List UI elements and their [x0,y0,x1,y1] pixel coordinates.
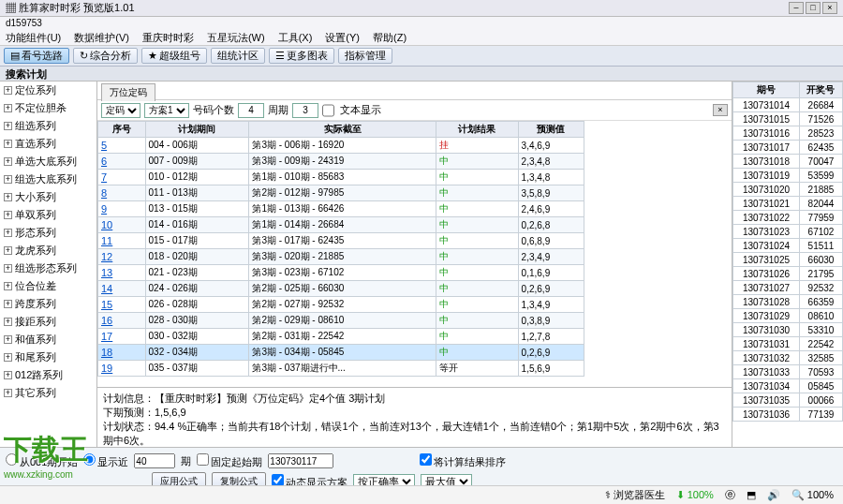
expand-icon[interactable]: + [4,300,12,308]
issue-row[interactable]: 13073101426684 [733,98,843,112]
tree-item[interactable]: +单选大底系列 [0,153,96,170]
tree-item[interactable]: +组选形态系列 [0,259,96,277]
expand-icon[interactable]: + [4,104,12,112]
tree-item[interactable]: +接距系列 [0,313,96,331]
fixed-start-check[interactable]: 固定起始期 [197,453,262,469]
expand-icon[interactable]: + [4,211,12,219]
expand-icon[interactable]: + [4,318,12,326]
sidebar-tree[interactable]: +定位系列+不定位胆杀+组选系列+直选系列+单选大底系列+组选大底系列+大小系列… [0,82,97,447]
issue-row[interactable]: 13073101571526 [733,112,843,126]
tb-super-combo[interactable]: ★超级组号 [141,48,207,64]
tree-item[interactable]: +单双系列 [0,206,96,224]
issue-row[interactable]: 13073103122542 [733,337,843,351]
menu-item[interactable]: 重庆时时彩 [142,31,194,43]
tree-item[interactable]: +定位系列 [0,82,96,99]
issue-row[interactable]: 13073102182044 [733,197,843,211]
tree-item[interactable]: +大小系列 [0,188,96,206]
expand-icon[interactable]: + [4,335,12,344]
zoom-level[interactable]: 🔍 100% [791,489,834,501]
tree-item[interactable]: +不定位胆杀 [0,99,96,117]
minimize-button[interactable]: – [789,2,804,14]
sort-result-check[interactable]: 将计算结果排序 [420,453,506,469]
sound-icon[interactable]: 🔊 [767,489,780,501]
issue-row[interactable]: 13073102451511 [733,239,843,253]
table-row[interactable]: 9013 - 015期第1期 - 013期 - 66426中2,4,6,9 [98,201,584,217]
issue-row[interactable]: 13073101953599 [733,169,843,183]
close-button[interactable]: × [822,2,837,14]
tree-item[interactable]: +跨度系列 [0,295,96,313]
issue-row[interactable]: 13073101628523 [733,126,843,141]
issue-row[interactable]: 13073102021885 [733,183,843,197]
table-row[interactable]: 19035 - 037期第3期 - 037期进行中...等开1,5,6,9 [98,361,584,377]
issue-row[interactable]: 13073102277959 [733,211,843,225]
issue-row[interactable]: 13073103232585 [733,351,843,365]
tree-item[interactable]: +012路系列 [0,366,96,384]
issue-row[interactable]: 13073103053310 [733,323,843,337]
expand-icon[interactable]: + [4,122,12,130]
issue-row[interactable]: 13073101762435 [733,141,843,155]
dingma-select[interactable]: 定码 [101,103,140,118]
expand-icon[interactable]: + [4,246,12,255]
menu-item[interactable]: 功能组件(U) [6,31,61,43]
near-input[interactable] [134,453,175,468]
issue-row[interactable]: 13073103500066 [733,393,843,408]
issue-row[interactable]: 13073103370593 [733,365,843,379]
close-panel-icon[interactable]: × [713,104,728,116]
issue-row[interactable]: 13073102367102 [733,225,843,239]
tree-item[interactable]: +其它系列 [0,384,96,402]
table-row[interactable]: 8011 - 013期第2期 - 012期 - 97985中3,5,8,9 [98,185,584,201]
issue-row[interactable]: 13073102908610 [733,309,843,323]
doctor-icon[interactable]: ⚕ 浏览器医生 [605,488,665,502]
table-row[interactable]: 10014 - 016期第1期 - 014期 - 26684中0,2,6,8 [98,217,584,233]
menu-item[interactable]: 设置(Y) [325,31,360,43]
tree-item[interactable]: +组选系列 [0,117,96,135]
tb-view-path[interactable]: ▤看号选路 [4,48,69,64]
expand-icon[interactable]: + [4,229,12,237]
tree-item[interactable]: +位合位差 [0,277,96,295]
table-row[interactable]: 18032 - 034期第3期 - 034期 - 05845中0,2,6,9 [98,345,584,361]
expand-icon[interactable]: + [4,157,12,166]
expand-icon[interactable]: + [4,86,12,95]
tree-item[interactable]: +和值系列 [0,331,96,348]
tree-item[interactable]: +直选系列 [0,135,96,153]
issue-row[interactable]: 13073102866359 [733,295,843,309]
issue-row[interactable]: 13073102792532 [733,281,843,295]
tree-item[interactable]: +和尾系列 [0,348,96,366]
issue-row[interactable]: 13073102566030 [733,253,843,267]
maximize-button[interactable]: □ [806,2,821,14]
menu-item[interactable]: 五星玩法(W) [207,31,265,43]
num-count-input[interactable] [238,103,264,118]
table-row[interactable]: 15026 - 028期第2期 - 027期 - 92532中1,3,4,9 [98,297,584,313]
menu-item[interactable]: 数据维护(V) [74,31,129,43]
menu-item[interactable]: 工具(X) [278,31,313,43]
expand-icon[interactable]: + [4,389,12,397]
tb-analysis[interactable]: ↻综合分析 [73,48,138,64]
issue-row[interactable]: 13073103405845 [733,379,843,393]
issue-row[interactable]: 13073103677139 [733,408,843,422]
tb-stats[interactable]: 组统计区 [211,48,265,64]
tb-indicator[interactable]: 指标管理 [338,48,392,64]
table-row[interactable]: 6007 - 009期第3期 - 009期 - 24319中2,3,4,8 [98,154,584,170]
tree-item[interactable]: +形态系列 [0,224,96,242]
table-row[interactable]: 16028 - 030期第2期 - 029期 - 08610中0,3,8,9 [98,313,584,329]
menu-item[interactable]: 帮助(Z) [373,31,407,43]
table-row[interactable]: 13021 - 023期第3期 - 023期 - 67102中0,1,6,9 [98,265,584,281]
expand-icon[interactable]: + [4,264,12,273]
plan-select[interactable]: 方案1 [144,103,189,118]
table-row[interactable]: 12018 - 020期第3期 - 020期 - 21885中2,3,4,9 [98,249,584,265]
table-row[interactable]: 5004 - 006期第3期 - 006期 - 16920挂3,4,6,9 [98,138,584,154]
expand-icon[interactable]: + [4,175,12,184]
table-row[interactable]: 17030 - 032期第2期 - 031期 - 22542中1,2,7,8 [98,329,584,345]
tb-more-charts[interactable]: ☰更多图表 [269,48,334,64]
expand-icon[interactable]: + [4,371,12,379]
zoom-indicator[interactable]: ⬇ 100% [676,489,714,501]
issue-row[interactable]: 13073101870047 [733,155,843,169]
table-row[interactable]: 11015 - 017期第3期 - 017期 - 62435中0,6,8,9 [98,233,584,249]
issue-row[interactable]: 13073102621795 [733,267,843,281]
tab-wanwei[interactable]: 万位定码 [101,83,155,101]
tree-item[interactable]: +组选大底系列 [0,170,96,188]
expand-icon[interactable]: + [4,140,12,148]
issue-input[interactable] [268,453,333,468]
table-row[interactable]: 14024 - 026期第2期 - 025期 - 66030中0,2,6,9 [98,281,584,297]
text-display-checkbox[interactable] [322,103,334,118]
